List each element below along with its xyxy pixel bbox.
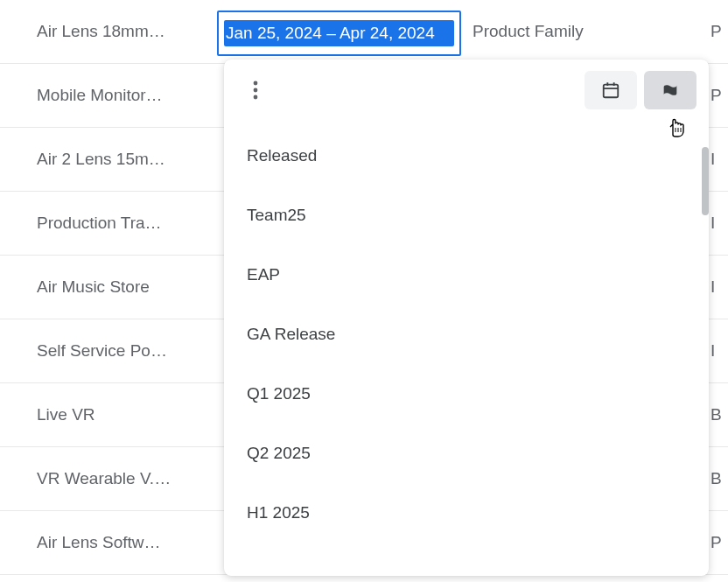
- cell-right[interactable]: P: [710, 511, 728, 575]
- sprint-mode-button[interactable]: [644, 71, 696, 109]
- sprint-option[interactable]: Released: [224, 126, 709, 186]
- sprint-icon: [661, 81, 680, 100]
- dropdown-list[interactable]: Released Team25 EAP GA Release Q1 2025 Q…: [224, 121, 709, 576]
- dropdown-header: [224, 60, 709, 121]
- svg-point-1: [254, 88, 258, 93]
- sprint-option[interactable]: Q2 2025: [224, 424, 709, 483]
- cell-name[interactable]: Mobile Monitor…: [0, 64, 214, 128]
- cell-right[interactable]: P: [710, 0, 728, 64]
- sprint-option[interactable]: H1 2025: [224, 483, 709, 543]
- kebab-icon: [253, 81, 258, 100]
- cell-right[interactable]: I: [710, 192, 728, 256]
- sprint-option[interactable]: EAP: [224, 245, 709, 305]
- cell-right[interactable]: I: [710, 319, 728, 383]
- cell-name[interactable]: Self Service Po…: [0, 319, 214, 383]
- svg-point-0: [254, 81, 258, 86]
- cell-name[interactable]: Air 2 Lens 15m…: [0, 128, 214, 192]
- cell-name[interactable]: Production Tra…: [0, 192, 214, 256]
- column-header-product-family[interactable]: Product Family: [464, 0, 710, 64]
- cell-right[interactable]: I: [710, 256, 728, 319]
- cell-name[interactable]: Air Music Store: [0, 256, 214, 319]
- active-date-cell[interactable]: Jan 25, 2024 – Apr 24, 2024: [217, 11, 461, 56]
- svg-point-2: [254, 95, 258, 100]
- cell-name[interactable]: VR Wearable V.…: [0, 447, 214, 511]
- calendar-icon: [601, 81, 620, 100]
- scrollbar-thumb[interactable]: [702, 147, 709, 215]
- cell-right[interactable]: B: [710, 383, 728, 447]
- cell-name[interactable]: Air Lens 18mm…: [0, 0, 214, 64]
- cell-right[interactable]: I: [710, 128, 728, 192]
- selected-date-range: Jan 25, 2024 – Apr 24, 2024: [224, 20, 454, 46]
- sprint-option[interactable]: GA Release: [224, 305, 709, 364]
- sprint-option[interactable]: Q1 2025: [224, 364, 709, 424]
- cell-name[interactable]: Live VR: [0, 383, 214, 447]
- sprint-option[interactable]: Team25: [224, 186, 709, 245]
- svg-rect-3: [604, 85, 619, 98]
- cell-right[interactable]: B: [710, 447, 728, 511]
- sprint-picker-dropdown: Released Team25 EAP GA Release Q1 2025 Q…: [224, 60, 709, 576]
- cell-name[interactable]: Air Lens Softw…: [0, 511, 214, 575]
- calendar-mode-button[interactable]: [584, 71, 637, 109]
- cell-right[interactable]: P: [710, 64, 728, 128]
- more-options-button[interactable]: [240, 74, 271, 106]
